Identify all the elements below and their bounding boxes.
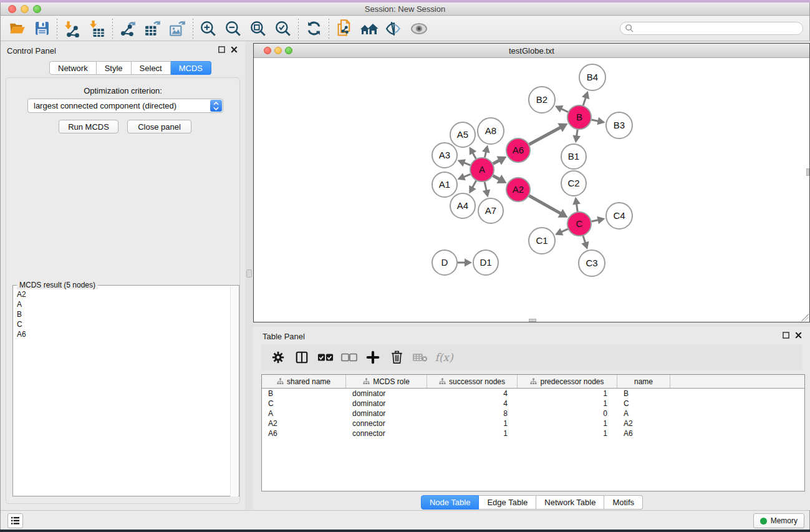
- network-canvas[interactable]: B4B2BB3A5A8A6B1A3AC2A1A2A4A7C4CC1C3DD1: [254, 58, 809, 322]
- graph-edge[interactable]: [529, 127, 561, 145]
- table-row[interactable]: Adominator80A: [262, 409, 804, 418]
- search-field[interactable]: [620, 22, 803, 35]
- tab-node-table[interactable]: Node Table: [421, 495, 480, 510]
- show-panel-button[interactable]: [407, 18, 432, 39]
- tab-style[interactable]: Style: [97, 61, 132, 75]
- copy-style-button[interactable]: [332, 18, 357, 39]
- table-row[interactable]: Cdominator41C: [262, 399, 804, 409]
- column-header[interactable]: shared name: [262, 375, 346, 388]
- import-table-icon: [89, 20, 106, 37]
- table-cell[interactable]: 1: [427, 429, 518, 438]
- table-cell[interactable]: 1: [427, 419, 518, 428]
- graph-edge[interactable]: [576, 203, 577, 211]
- table-settings-button[interactable]: [266, 346, 290, 369]
- table-row[interactable]: A6connector11A6: [262, 428, 804, 438]
- result-scrollbar[interactable]: [230, 286, 238, 496]
- search-input[interactable]: [634, 24, 803, 33]
- table-cell[interactable]: C: [262, 399, 346, 408]
- tab-mcds[interactable]: MCDS: [171, 61, 211, 75]
- table-cell[interactable]: A6: [262, 429, 346, 438]
- select-all-button[interactable]: [314, 346, 337, 369]
- table-cell[interactable]: B: [262, 389, 346, 398]
- close-panel-icon[interactable]: [795, 332, 802, 339]
- close-panel-button[interactable]: Close panel: [127, 120, 191, 133]
- column-header[interactable]: successor nodes: [427, 375, 518, 388]
- criterion-dropdown[interactable]: largest connected component (directed): [27, 99, 223, 113]
- zoom-selected-button[interactable]: [271, 18, 296, 39]
- table-cell[interactable]: 1: [518, 389, 617, 398]
- mcds-result-item[interactable]: C: [17, 319, 26, 329]
- node-label: C1: [536, 235, 547, 246]
- table-cell[interactable]: C: [617, 399, 670, 408]
- table-cell[interactable]: 1: [518, 419, 617, 428]
- open-file-button[interactable]: [4, 18, 29, 39]
- mcds-result-item[interactable]: A6: [17, 329, 26, 339]
- function-builder-button[interactable]: f(x): [432, 346, 456, 369]
- graph-edge[interactable]: [529, 196, 561, 214]
- network-window-titlebar[interactable]: testGlobe.txt: [254, 44, 809, 58]
- hide-panel-button[interactable]: [382, 18, 407, 39]
- zoom-fit-button[interactable]: [246, 18, 271, 39]
- panel-splitter-handle[interactable]: [246, 269, 252, 278]
- table-cell[interactable]: connector: [346, 429, 427, 438]
- table-row[interactable]: Bdominator41B: [262, 389, 804, 399]
- right-frame-nub[interactable]: [806, 168, 809, 176]
- save-session-button[interactable]: [29, 18, 54, 39]
- table-cell[interactable]: A: [262, 409, 346, 418]
- table-cell[interactable]: A2: [617, 419, 670, 428]
- table-cell[interactable]: connector: [346, 419, 427, 428]
- float-panel-icon[interactable]: [218, 46, 225, 53]
- column-visibility-button[interactable]: [290, 346, 314, 369]
- refresh-button[interactable]: [301, 18, 326, 39]
- close-panel-icon[interactable]: [231, 46, 238, 53]
- task-history-button[interactable]: [7, 513, 23, 528]
- tab-select[interactable]: Select: [132, 61, 171, 75]
- table-cell[interactable]: dominator: [346, 409, 427, 418]
- delete-table-button[interactable]: [408, 346, 432, 369]
- import-network-button[interactable]: [60, 18, 85, 39]
- bottom-frame-nub[interactable]: [529, 319, 536, 322]
- tab-motifs[interactable]: Motifs: [604, 495, 643, 510]
- table-row[interactable]: A2connector11A2: [262, 418, 804, 428]
- window-resize-grip[interactable]: [801, 314, 809, 321]
- column-header[interactable]: name: [617, 375, 670, 388]
- column-header[interactable]: MCDS role: [346, 375, 427, 388]
- export-image-button[interactable]: [165, 18, 190, 39]
- mcds-result-item[interactable]: A: [17, 299, 26, 309]
- float-panel-icon[interactable]: [783, 332, 789, 339]
- graph-edge[interactable]: [485, 182, 486, 191]
- zoom-in-button[interactable]: [196, 18, 221, 39]
- table-cell[interactable]: A6: [617, 429, 670, 438]
- tab-edge-table[interactable]: Edge Table: [479, 495, 536, 510]
- mcds-result-item[interactable]: B: [17, 309, 26, 319]
- table-cell[interactable]: dominator: [346, 399, 427, 408]
- table-cell[interactable]: 4: [427, 399, 518, 408]
- tab-network-table[interactable]: Network Table: [536, 495, 604, 510]
- table-cell[interactable]: 1: [518, 429, 617, 438]
- column-header[interactable]: predecessor nodes: [518, 375, 617, 388]
- graph-edge[interactable]: [583, 97, 586, 105]
- run-mcds-button[interactable]: Run MCDS: [59, 120, 118, 133]
- add-column-button[interactable]: [361, 346, 385, 369]
- export-network-button[interactable]: [115, 18, 140, 39]
- table-cell[interactable]: A2: [262, 419, 346, 428]
- delete-column-button[interactable]: [385, 346, 408, 369]
- zoom-out-button[interactable]: [221, 18, 246, 39]
- home-layout-button[interactable]: [357, 18, 382, 39]
- mcds-result-item[interactable]: A2: [17, 289, 26, 299]
- table-cell[interactable]: 4: [427, 389, 518, 398]
- memory-button[interactable]: Memory: [753, 513, 804, 528]
- tab-network[interactable]: Network: [49, 61, 97, 75]
- table-cell[interactable]: 1: [518, 399, 617, 408]
- table-cell[interactable]: 8: [427, 409, 518, 418]
- import-table-button[interactable]: [85, 18, 110, 39]
- table-cell[interactable]: A: [617, 409, 670, 418]
- table-cell[interactable]: 0: [518, 409, 617, 418]
- node-table[interactable]: shared nameMCDS rolesuccessor nodesprede…: [261, 374, 805, 491]
- export-table-button[interactable]: [140, 18, 165, 39]
- graph-edge[interactable]: [472, 181, 476, 188]
- table-cell[interactable]: B: [617, 389, 670, 398]
- deselect-all-button[interactable]: [337, 346, 361, 369]
- network-view-window: testGlobe.txt B4B2BB3A5A8A6B1A3AC2A1A2A4…: [253, 43, 810, 322]
- table-cell[interactable]: dominator: [346, 389, 427, 398]
